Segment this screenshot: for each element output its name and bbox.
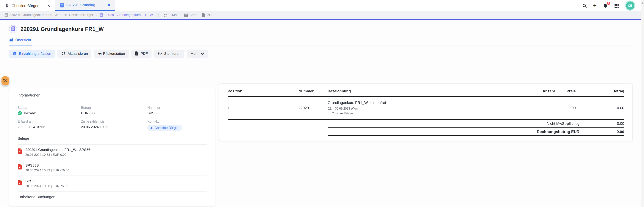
beleg-item[interactable]: 220291 Grundlagenkurs FR1_W | SPS86 20.0… — [18, 144, 207, 160]
field-status: Status Bezahlt — [18, 106, 81, 115]
document-icon — [100, 13, 103, 17]
mehr-button[interactable]: Mehr — [187, 49, 208, 58]
scroll-up-icon[interactable] — [642, 2, 644, 4]
nummer-value: SPS86 — [148, 111, 207, 115]
search-icon[interactable] — [582, 3, 587, 8]
brief-action[interactable]: Brief — [184, 13, 196, 17]
breadcrumb-label: Christine Bürger — [69, 13, 93, 17]
window-tab-bar: Christine Bürger ✕ 220291 Grundlag… ✕ + … — [0, 0, 641, 11]
page-content: 220291 Grundlagenkurs FR1_W Übersicht — [0, 20, 641, 207]
field-label: Status — [18, 106, 81, 109]
page-title: 220291 Grundlagenkurs FR1_W — [20, 26, 104, 32]
invoice-document-icon — [9, 25, 17, 33]
beleg-title: 220291 Grundlagenkurs FR1_W | SPS86 — [25, 147, 90, 152]
buchung-item[interactable]: 220291 - Grundlagenkurs FR1_W 25.07.2023… — [18, 203, 207, 207]
scrollbar[interactable] — [641, 0, 644, 207]
field-nummer: Nummer SPS86 — [148, 106, 207, 115]
document-icon — [60, 3, 64, 7]
bezeichnung-teilnehmer: Christine Bürger — [328, 112, 518, 115]
brief-action-label: Brief — [189, 13, 196, 17]
kontakt-chip-label: Christine Bürger — [154, 126, 179, 130]
chevron-right-icon: › — [96, 13, 97, 17]
beleg-item[interactable]: SPS85 20.06.2024 10:08 | EUR 75.00 — [18, 176, 207, 191]
buchungen-title: Enthaltene Buchungen — [18, 191, 207, 203]
beleg-item[interactable]: SPS85S 20.06.2024 10:33 | EUR -75.00 — [18, 160, 207, 175]
summary-row-total: Rechnungsbetrag EUR 0.00 — [328, 128, 624, 136]
pdf-file-icon — [135, 51, 138, 55]
bezeichnung-title: Grundlagenkurs FR1_W, kostenfrei — [328, 100, 518, 105]
tab-uebersicht[interactable]: Übersicht — [9, 38, 32, 45]
summary-label: Nicht MwSt-pflichtig — [328, 122, 580, 126]
rueckerstatten-button[interactable]: ◀◀ Rückerstatten — [94, 49, 129, 58]
field-label: Kontakt — [148, 119, 207, 123]
email-action-label: E-Mail — [169, 13, 178, 17]
close-icon[interactable]: ✕ — [108, 3, 111, 7]
zahlen-value: 20.06.2024 10:08 — [81, 125, 148, 129]
pdf-action[interactable]: PDF — [202, 13, 214, 17]
summary-total-label: Rechnungsbetrag EUR — [328, 129, 580, 134]
summary-value: 0.00 — [580, 122, 624, 126]
check-circle-icon — [18, 111, 22, 115]
cc-widget-badge[interactable]: CC — [2, 76, 9, 85]
breadcrumb-item-kurs[interactable]: 220291 Grundlagenkurs FR1_W — [4, 13, 58, 17]
document-icon — [4, 13, 8, 17]
tab-uebersicht-label: Übersicht — [15, 38, 31, 42]
einzahlung-erfassen-button[interactable]: Einzahlung erfassen — [9, 49, 55, 58]
envelope-icon — [184, 13, 188, 17]
invoice-table-header: Position Nummer Bezeichnung Anzahl Preis… — [228, 84, 624, 97]
button-label: Mehr — [190, 51, 198, 55]
breadcrumb-item-current[interactable]: 220291 Grundlagenkurs FR1_W — [100, 13, 153, 17]
invoice-table-row: 1 220291 Grundlagenkurs FR1_W, kostenfre… — [228, 97, 624, 120]
cell-preis: 0.00 — [555, 106, 576, 110]
page-header: 220291 Grundlagenkurs FR1_W Übersicht — [0, 20, 641, 45]
notification-count-badge: 1 — [607, 1, 610, 5]
tab-label: Christine Bürger — [12, 3, 38, 8]
add-icon[interactable]: + — [593, 2, 596, 8]
belege-title: Belege — [18, 135, 207, 144]
tab-christine-buerger[interactable]: Christine Bürger ✕ — [0, 0, 55, 11]
chart-icon — [9, 38, 14, 42]
person-icon — [64, 13, 68, 17]
field-label: Nummer — [148, 106, 207, 109]
rewind-icon: ◀◀ — [98, 52, 101, 55]
button-label: Stornieren — [164, 51, 180, 55]
cell-bezeichnung: Grundlagenkurs FR1_W, kostenfrei 02. – 3… — [328, 100, 518, 115]
cell-betrag: 0.00 — [576, 106, 624, 110]
field-label: Betrag — [81, 106, 148, 109]
pdf-button[interactable]: PDF — [131, 49, 152, 58]
refresh-icon — [61, 51, 65, 55]
bezeichnung-daterange: 02. – 30.09.2023 Wien — [328, 107, 518, 110]
betrag-value: EUR 0.00 — [81, 111, 148, 115]
invoice-summary: Nicht MwSt-pflichtig 0.00 Rechnungsbetra… — [328, 120, 624, 136]
aktualisieren-button[interactable]: Aktualisieren — [58, 49, 92, 58]
person-icon — [150, 126, 153, 129]
cell-position: 1 — [228, 106, 298, 110]
info-card-title: Informationen — [18, 88, 207, 101]
beleg-title: SPS85S — [25, 163, 69, 167]
chevron-right-icon: › — [60, 13, 62, 17]
field-kontakt: Kontakt Christine Bürger — [148, 119, 207, 131]
breadcrumb-item-person[interactable]: Christine Bürger — [64, 13, 93, 17]
stornieren-button[interactable]: Stornieren — [154, 49, 184, 58]
apps-grid-icon[interactable] — [614, 3, 619, 8]
page-tabs: Übersicht — [9, 38, 632, 45]
close-icon[interactable]: ✕ — [47, 3, 50, 8]
kontakt-chip[interactable]: Christine Bürger — [148, 125, 182, 131]
avatar[interactable]: CB — [626, 1, 634, 10]
beleg-title: SPS85 — [25, 179, 68, 183]
person-icon — [5, 3, 9, 8]
summary-total-value: 0.00 — [580, 129, 624, 134]
pdf-file-icon — [18, 164, 22, 169]
tab-label: 220291 Grundlag… — [66, 3, 99, 7]
button-label: Einzahlung erfassen — [19, 51, 51, 55]
beleg-subtitle: 20.06.2024 10:33 | EUR 0.00 — [25, 153, 90, 156]
button-label: Aktualisieren — [68, 51, 88, 55]
pdf-file-icon — [18, 148, 22, 154]
status-value: Bezahlt — [24, 111, 36, 115]
email-action[interactable]: @ E-Mail — [164, 13, 178, 17]
column-header-betrag: Betrag — [576, 84, 624, 96]
notifications-bell-icon[interactable]: 1 — [603, 3, 608, 8]
breadcrumb-label: 220291 Grundlagenkurs FR1_W — [9, 13, 58, 17]
tab-220291-grundlagenkurs[interactable]: 220291 Grundlag… ✕ — [55, 0, 115, 11]
column-header-preis: Preis — [555, 84, 576, 96]
